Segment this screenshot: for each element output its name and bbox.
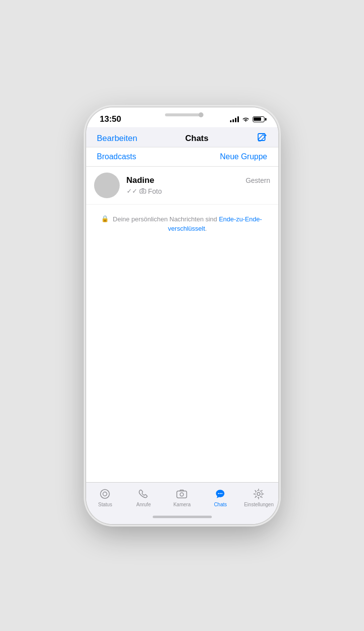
tab-item-chats[interactable]: Chats: [205, 488, 235, 507]
svg-point-4: [103, 492, 107, 496]
main-content: Nadine Gestern ✓✓ Foto: [86, 167, 278, 524]
notch-camera: [199, 112, 203, 117]
tab-bar: Status Anrufe: [86, 482, 278, 510]
chat-info: Nadine Gestern ✓✓ Foto: [127, 175, 270, 195]
home-indicator: [86, 510, 278, 524]
tab-item-einstellungen[interactable]: Einstellungen: [244, 488, 273, 507]
svg-point-7: [218, 493, 219, 494]
screen: 13:50 Bearbeiten Chats: [86, 107, 278, 524]
status-icons: [230, 116, 265, 122]
status-bar: 13:50: [86, 107, 278, 127]
svg-rect-5: [177, 491, 187, 498]
phone-frame: 13:50 Bearbeiten Chats: [86, 107, 278, 524]
lock-icon: 🔒: [101, 215, 109, 222]
svg-point-3: [100, 490, 109, 498]
svg-rect-0: [258, 134, 265, 140]
tab-label-einstellungen: Einstellungen: [244, 502, 273, 507]
signal-bars-icon: [230, 116, 239, 122]
svg-point-10: [257, 492, 260, 495]
battery-icon: [253, 116, 265, 122]
tab-label-chats: Chats: [214, 502, 227, 507]
chat-preview: ✓✓ Foto: [127, 187, 270, 195]
broadcasts-button[interactable]: Broadcasts: [97, 152, 136, 161]
chat-preview-text: Foto: [148, 187, 162, 195]
camera-preview-icon: [139, 188, 146, 195]
svg-point-6: [180, 492, 184, 496]
svg-point-8: [220, 493, 221, 494]
svg-point-2: [142, 190, 144, 192]
tab-item-anrufe[interactable]: Anrufe: [129, 488, 158, 507]
chat-item-nadine[interactable]: Nadine Gestern ✓✓ Foto: [86, 167, 278, 205]
broadcasts-row: Broadcasts Neue Gruppe: [86, 147, 278, 167]
edit-button[interactable]: Bearbeiten: [97, 134, 137, 143]
phone-icon: [137, 488, 150, 500]
chat-time: Gestern: [246, 176, 270, 184]
svg-rect-1: [140, 189, 146, 193]
status-icon: [99, 488, 111, 500]
chats-icon: [214, 488, 227, 500]
notch-pill: [165, 113, 199, 116]
chat-name: Nadine: [127, 175, 155, 185]
wifi-icon: [242, 116, 250, 122]
nav-bar: Bearbeiten Chats: [86, 127, 278, 147]
compose-button[interactable]: [257, 132, 267, 145]
avatar: [94, 173, 120, 198]
neue-gruppe-button[interactable]: Neue Gruppe: [220, 152, 267, 161]
camera-icon: [175, 488, 188, 500]
settings-icon: [252, 488, 265, 500]
chat-list: Nadine Gestern ✓✓ Foto: [86, 167, 278, 482]
tab-label-kamera: Kamera: [173, 502, 191, 507]
tab-item-status[interactable]: Status: [90, 488, 120, 507]
encryption-notice: 🔒 Deine persönlichen Nachrichten sind En…: [86, 205, 278, 244]
tab-label-anrufe: Anrufe: [136, 502, 151, 507]
chat-header: Nadine Gestern: [127, 175, 270, 185]
double-check-icon: ✓✓: [127, 187, 137, 195]
tab-label-status: Status: [98, 502, 112, 507]
status-time: 13:50: [100, 114, 121, 124]
nav-title: Chats: [185, 134, 208, 143]
notch: [150, 107, 214, 122]
svg-point-9: [222, 493, 223, 494]
tab-item-kamera[interactable]: Kamera: [167, 488, 197, 507]
home-pill: [153, 516, 212, 518]
encryption-text: Deine persönlichen Nachrichten sind Ende…: [112, 214, 264, 234]
svg-point-11: [255, 491, 262, 497]
